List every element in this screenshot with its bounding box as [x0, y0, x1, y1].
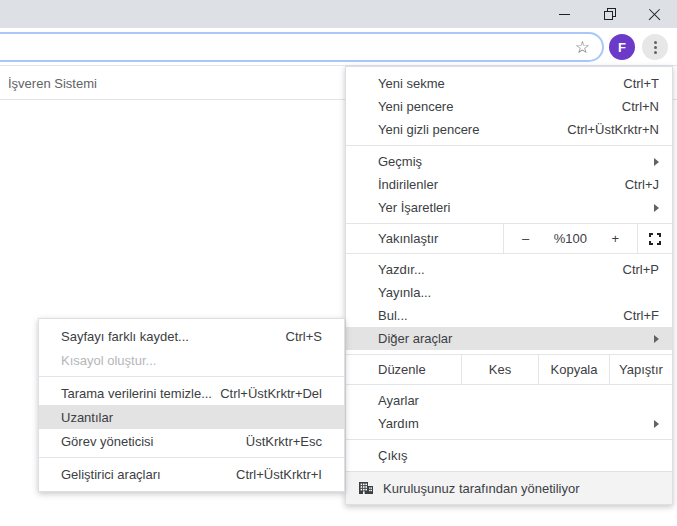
restore-button[interactable] — [587, 0, 632, 28]
menu-separator — [346, 145, 672, 146]
organization-building-icon — [358, 480, 374, 496]
minimize-button[interactable] — [542, 0, 587, 28]
fullscreen-button[interactable] — [638, 224, 672, 253]
close-button[interactable] — [632, 0, 677, 28]
bookmark-star-icon[interactable]: ☆ — [575, 39, 590, 56]
zoom-level: %100 — [554, 231, 587, 246]
shortcut: Ctrl+F — [623, 308, 659, 323]
submenu-arrow-icon — [654, 420, 659, 428]
menu-separator — [346, 253, 672, 254]
submenu-item-create-shortcut: Kısayol oluştur... — [39, 348, 344, 372]
more-tools-submenu: Sayfayı farklı kaydet... Ctrl+S Kısayol … — [38, 318, 345, 492]
more-vertical-icon — [654, 41, 657, 44]
page-title: İşveren Sistemi — [8, 76, 97, 91]
menu-item-history[interactable]: Geçmiş — [346, 150, 672, 173]
zoom-label: Yakınlaştır — [346, 224, 503, 253]
minimize-icon — [559, 14, 570, 15]
menu-item-settings[interactable]: Ayarlar — [346, 389, 672, 412]
paste-button[interactable]: Yapıştır — [609, 355, 672, 384]
shortcut: Ctrl+ÜstKrktr+N — [567, 122, 659, 137]
menu-item-help[interactable]: Yardım — [346, 412, 672, 435]
menu-item-print[interactable]: Yazdır... Ctrl+P — [346, 258, 672, 281]
chrome-main-menu: Yeni sekme Ctrl+T Yeni pencere Ctrl+N Ye… — [345, 66, 673, 505]
menu-item-cast[interactable]: Yayınla... — [346, 281, 672, 304]
submenu-item-task-manager[interactable]: Görev yöneticisi ÜstKrktr+Esc — [39, 429, 344, 453]
submenu-item-extensions[interactable]: Uzantılar — [39, 405, 344, 429]
menu-item-downloads[interactable]: İndirilenler Ctrl+J — [346, 173, 672, 196]
zoom-out-button[interactable]: – — [522, 231, 529, 246]
window-title-bar — [0, 0, 677, 28]
menu-item-new-tab[interactable]: Yeni sekme Ctrl+T — [346, 72, 672, 95]
submenu-item-clear-browsing-data[interactable]: Tarama verilerini temizle... Ctrl+ÜstKrk… — [39, 381, 344, 405]
submenu-arrow-icon — [654, 158, 659, 166]
shortcut: Ctrl+S — [286, 329, 322, 344]
managed-by-organization-row: Kuruluşunuz tarafından yönetiliyor — [346, 471, 672, 504]
shortcut: Ctrl+ÜstKrktr+Del — [220, 386, 322, 401]
edit-label: Düzenle — [346, 355, 461, 384]
menu-item-bookmarks[interactable]: Yer İşaretleri — [346, 196, 672, 219]
menu-separator — [39, 457, 344, 458]
shortcut: Ctrl+N — [622, 99, 659, 114]
submenu-arrow-icon — [654, 335, 659, 343]
zoom-controls: – %100 + — [503, 224, 638, 253]
cut-button[interactable]: Kes — [461, 355, 538, 384]
browser-toolbar: ☆ F — [0, 28, 677, 66]
address-bar[interactable]: ☆ — [0, 32, 604, 62]
menu-item-find[interactable]: Bul... Ctrl+F — [346, 304, 672, 327]
shortcut: ÜstKrktr+Esc — [246, 434, 322, 449]
managed-by-text: Kuruluşunuz tarafından yönetiliyor — [383, 481, 580, 496]
shortcut: Ctrl+P — [623, 262, 659, 277]
close-icon — [648, 8, 661, 21]
submenu-item-developer-tools[interactable]: Geliştirici araçları Ctrl+ÜstKrktr+I — [39, 462, 344, 486]
zoom-row: Yakınlaştır – %100 + — [346, 224, 672, 253]
menu-separator — [346, 439, 672, 440]
submenu-arrow-icon — [654, 204, 659, 212]
menu-item-exit[interactable]: Çıkış — [346, 444, 672, 467]
copy-button[interactable]: Kopyala — [538, 355, 609, 384]
menu-item-more-tools[interactable]: Diğer araçlar — [346, 327, 672, 350]
shortcut: Ctrl+T — [623, 76, 659, 91]
zoom-in-button[interactable]: + — [611, 231, 619, 246]
edit-row: Düzenle Kes Kopyala Yapıştır — [346, 355, 672, 384]
chrome-menu-button[interactable] — [642, 34, 668, 60]
shortcut: Ctrl+J — [625, 177, 659, 192]
profile-avatar[interactable]: F — [609, 34, 635, 60]
menu-item-new-window[interactable]: Yeni pencere Ctrl+N — [346, 95, 672, 118]
menu-separator — [39, 376, 344, 377]
menu-separator — [346, 384, 672, 385]
submenu-item-save-page-as[interactable]: Sayfayı farklı kaydet... Ctrl+S — [39, 324, 344, 348]
menu-item-new-incognito-window[interactable]: Yeni gizli pencere Ctrl+ÜstKrktr+N — [346, 118, 672, 141]
fullscreen-icon — [649, 233, 661, 245]
shortcut: Ctrl+ÜstKrktr+I — [236, 467, 322, 482]
restore-icon — [604, 8, 616, 20]
